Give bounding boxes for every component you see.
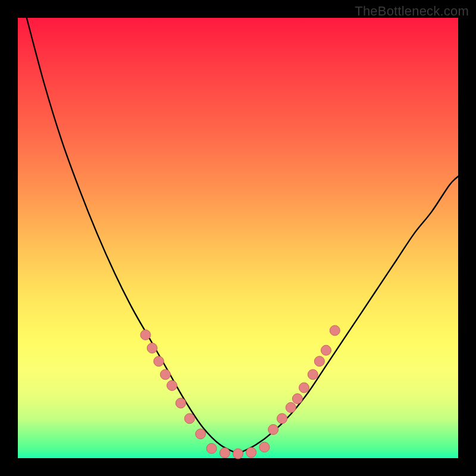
data-marker: [259, 442, 270, 452]
data-marker: [321, 345, 331, 355]
curve-left-arm: [27, 18, 238, 454]
data-marker: [292, 394, 302, 404]
watermark-text: TheBottleneck.com: [355, 4, 469, 19]
data-marker: [184, 414, 195, 424]
data-marker: [140, 330, 151, 340]
data-marker: [176, 398, 186, 408]
data-marker: [299, 383, 309, 393]
data-marker: [246, 447, 256, 458]
chart-svg: [18, 18, 458, 458]
data-marker: [277, 414, 287, 424]
curve-right-arm: [238, 176, 458, 453]
marker-layer: [140, 325, 340, 459]
data-marker: [314, 356, 324, 367]
data-marker: [160, 369, 170, 380]
data-marker: [220, 448, 230, 458]
data-marker: [147, 343, 157, 353]
data-marker: [154, 356, 164, 367]
data-marker: [268, 424, 278, 434]
data-marker: [286, 402, 296, 412]
curve-layer: [27, 18, 458, 454]
data-marker: [196, 429, 206, 439]
data-marker: [206, 443, 217, 453]
data-marker: [233, 449, 243, 459]
data-marker: [167, 380, 177, 390]
data-marker: [330, 325, 340, 336]
outer-frame: TheBottleneck.com: [0, 0, 476, 476]
data-marker: [308, 369, 318, 380]
